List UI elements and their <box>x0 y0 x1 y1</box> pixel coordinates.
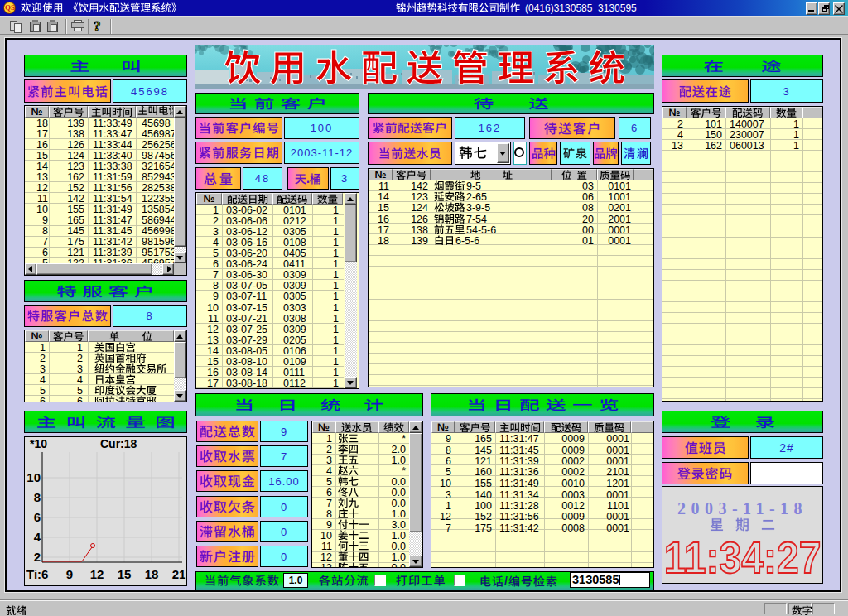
svg-text:10: 10 <box>26 470 41 484</box>
svg-text:6: 6 <box>34 510 41 524</box>
svg-text:2: 2 <box>34 550 41 564</box>
svg-text:9: 9 <box>66 567 73 581</box>
svg-text:12: 12 <box>90 567 104 581</box>
svg-text:8: 8 <box>34 490 41 504</box>
svg-text:4: 4 <box>34 530 41 544</box>
svg-text:21: 21 <box>172 567 186 581</box>
svg-text:Ti:6: Ti:6 <box>26 567 48 581</box>
svg-text:15: 15 <box>118 567 132 581</box>
svg-text:Cur:18: Cur:18 <box>100 437 137 450</box>
svg-text:*10: *10 <box>30 437 47 450</box>
svg-text:18: 18 <box>145 567 159 581</box>
